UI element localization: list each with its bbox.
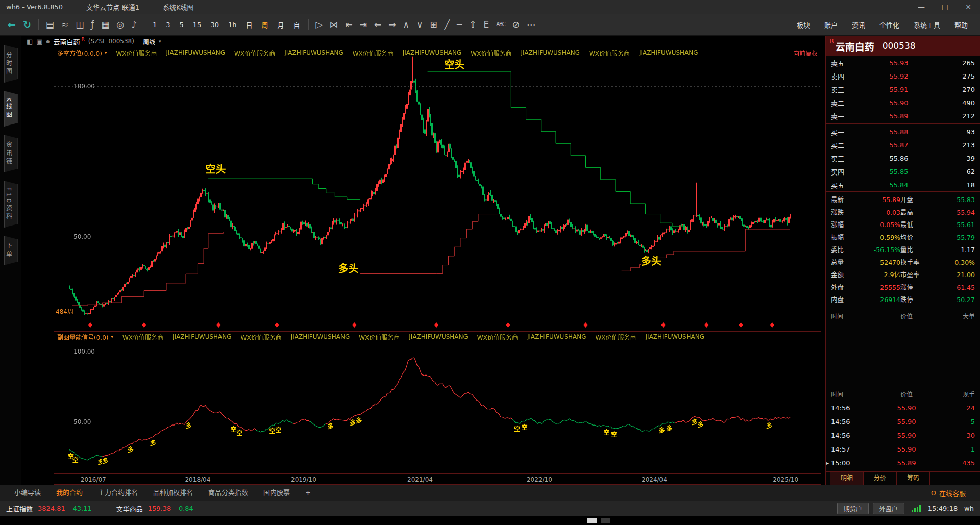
bottom-tab-6[interactable]: + [299,485,317,501]
menu-sectors[interactable]: 板块 [797,20,810,30]
minimize-button[interactable]: — [910,0,933,14]
step-back-icon[interactable]: ⇤ [342,14,356,35]
chevron-down-icon[interactable]: ▾ [159,39,161,44]
page-left-icon[interactable]: ← [371,14,385,35]
index1-label[interactable]: 上证指数 [6,504,33,513]
window-controls: — □ × [910,0,980,14]
symbol-name[interactable]: 云南白药 [54,37,80,46]
detail-tab-1[interactable]: 分价 [863,472,897,485]
tick-row[interactable]: 14:5755.901 [826,442,980,456]
detail-tab-0[interactable]: 明细 [830,472,864,485]
y-axis-label: 50.00 [74,233,91,240]
tick-row[interactable]: ▸15:0055.89435 [826,456,980,470]
sidebar-tab-time-chart[interactable]: 分时图 [4,45,18,83]
sub-indicator-label[interactable]: 副图量能信号(0,0) [57,333,108,341]
page-right-icon[interactable]: → [385,14,399,35]
online-service[interactable]: Ω在线客服 [931,488,966,498]
quote-symbol-name[interactable]: 云南白药 [836,39,874,53]
sidebar-tab-kline[interactable]: K线图 [4,91,18,127]
bottom-tab-3[interactable]: 品种加权排名 [147,485,199,501]
more-icon[interactable]: ⋯ [523,14,539,35]
bottom-tab-1[interactable]: 我的合约 [50,485,89,501]
sub-chart-canvas[interactable] [54,332,821,473]
tick-row[interactable]: 14:5655.9024 [826,401,980,415]
menu-news[interactable]: 资讯 [852,20,865,30]
chevron-down-icon[interactable]: ▾ [105,50,107,55]
period-day-button[interactable]: 日 [241,20,257,30]
add-pane-icon[interactable]: ⊞ [426,14,440,35]
chevron-down-icon[interactable]: ▾ [111,334,113,339]
report-icon[interactable]: ▤ [42,14,58,35]
zoom-in-icon[interactable]: ∨ [413,14,426,35]
menu-account[interactable]: 账户 [824,20,838,30]
account-button-0[interactable]: 期货户 [837,503,869,514]
maximize-button[interactable]: □ [933,0,957,14]
ask-row[interactable]: 卖二55.90490 [826,96,980,109]
menu-personalize[interactable]: 个性化 [879,20,899,30]
adjust-mode-label[interactable]: 向前复权 [793,48,818,57]
back-icon[interactable]: ← [4,14,19,35]
bid-row[interactable]: 买三55.8639 [826,152,980,165]
step-forward-icon[interactable]: ⇥ [356,14,371,35]
alert-bell-icon[interactable]: ♪ [128,14,140,35]
edit-text-icon[interactable]: E [480,14,493,35]
period-30min-button[interactable]: 30 [206,21,224,29]
detail-tab-2[interactable]: 筹码 [896,472,930,485]
bid-row[interactable]: 买四55.8562 [826,165,980,178]
menu-system-tools[interactable]: 系统工具 [914,20,940,30]
tick-row[interactable]: 14:5655.905 [826,415,980,429]
bid-row[interactable]: 买二55.87213 [826,138,980,152]
menu-help[interactable]: 帮助 [954,20,968,30]
sidebar-tab-order[interactable]: 下单 [4,236,18,265]
overlay-window-icon[interactable]: ◫ [72,14,87,35]
bid-row[interactable]: 买五55.8418 [826,178,980,191]
ask-row[interactable]: 卖一55.89212 [826,109,980,122]
menu-system-kline[interactable]: 系统K线图 [163,2,194,12]
index2-label[interactable]: 文华商品 [116,504,143,513]
ask-row[interactable]: 卖五55.93265 [826,56,980,69]
sidebar-tab-f10[interactable]: F10资料 [4,181,18,228]
formula-icon[interactable]: ƒ [87,14,97,35]
bottom-tab-4[interactable]: 商品分类指数 [202,485,254,501]
taskbar-item[interactable] [601,518,610,523]
period-1hour-button[interactable]: 1h [224,21,241,29]
stat-label: 最新 [831,194,855,207]
compass-icon[interactable]: ◎ [113,14,128,35]
trend-line-icon[interactable]: ≈ [58,14,72,35]
abc-label-icon[interactable]: ABC [493,14,509,35]
grid-layout-icon[interactable]: ▦ [97,14,113,35]
refresh-icon[interactable]: ↻ [19,14,35,35]
menu-cloud-node[interactable]: 文华云节点-联通1 [86,2,139,12]
ask-row[interactable]: 卖四55.92275 [826,69,980,83]
ask-row[interactable]: 卖三55.91270 [826,83,980,96]
period-3min-button[interactable]: 3 [161,21,175,29]
period-custom-button[interactable]: 自 [288,20,304,30]
arrow-marker-icon[interactable]: ⇧ [465,14,480,35]
period-selector[interactable]: 周线 [143,37,155,46]
taskbar-item[interactable] [587,518,597,523]
play-icon[interactable]: ▷ [312,14,326,35]
pane-layout-icon[interactable]: ◧ [27,38,33,45]
main-indicator-label[interactable]: 多空方位(0,0,0) [57,48,102,57]
eraser-icon[interactable]: ⊘ [509,14,523,35]
bottom-tab-2[interactable]: 主力合约排名 [92,485,144,501]
account-button-1[interactable]: 外盘户 [873,503,904,514]
horizontal-line-icon[interactable]: ─ [453,14,465,35]
period-5min-button[interactable]: 5 [175,21,188,29]
period-15min-button[interactable]: 15 [188,21,206,29]
bottom-tab-0[interactable]: 小编导读 [8,485,47,501]
link-view-icon[interactable]: ⋈ [326,14,342,35]
sidebar-tab-news-chain[interactable]: 资讯链 [4,135,18,172]
bottom-tab-5[interactable]: 国内股票 [257,485,296,501]
tick-row[interactable]: 14:5655.9030 [826,429,980,442]
draw-line-icon[interactable]: ╱ [441,14,453,35]
tick-price: 55.89 [868,459,945,467]
period-month-button[interactable]: 月 [273,20,288,30]
main-chart-canvas[interactable] [54,47,821,331]
window-layout-icon[interactable]: ▣ [36,38,42,45]
zoom-out-icon[interactable]: ∧ [400,14,413,35]
close-button[interactable]: × [957,0,980,14]
period-week-button[interactable]: 周 [257,20,273,30]
bid-row[interactable]: 买一55.8893 [826,125,980,138]
period-1min-button[interactable]: 1 [148,21,161,29]
